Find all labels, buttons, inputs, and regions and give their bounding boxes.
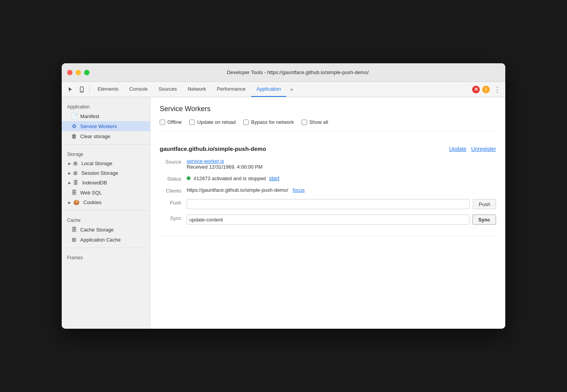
trash-icon: 🗑 <box>71 133 77 139</box>
svg-rect-1 <box>81 91 83 92</box>
websql-icon: 🗄 <box>71 189 77 196</box>
sidebar: Application 📄 Manifest ⚙ Service Workers… <box>62 97 150 329</box>
traffic-lights <box>67 70 89 75</box>
update-on-reload-checkbox[interactable] <box>189 120 195 125</box>
update-link[interactable]: Update <box>449 146 466 152</box>
sw-origin: gauntface.github.io/simple-push-demo <box>160 145 266 152</box>
sw-clients-value: https://gauntface.github.io/simple-push-… <box>187 187 496 193</box>
devtools-window: Developer Tools - https://gauntface.gith… <box>62 63 505 329</box>
manifest-icon: 📄 <box>71 113 77 119</box>
mobile-icon[interactable] <box>76 84 87 95</box>
sidebar-item-app-cache[interactable]: ⊞ Application Cache <box>62 235 150 245</box>
checkbox-bypass-for-network[interactable]: Bypass for network <box>243 119 294 125</box>
title-bar: Developer Tools - https://gauntface.gith… <box>62 63 505 82</box>
sidebar-divider-1 <box>62 144 150 145</box>
tab-console[interactable]: Console <box>124 82 153 97</box>
tab-application[interactable]: Application <box>251 82 287 97</box>
sidebar-item-service-workers[interactable]: ⚙ Service Workers <box>62 121 150 131</box>
sidebar-item-cache-storage[interactable]: 🗄 Cache Storage <box>62 225 150 235</box>
checkbox-update-on-reload[interactable]: Update on reload <box>189 119 236 125</box>
sidebar-item-session-storage[interactable]: ▶ ⊞ Session Storage <box>62 168 150 178</box>
toolbar: Elements Console Sources Network Perform… <box>62 82 505 97</box>
gear-icon: ⚙ <box>71 123 77 129</box>
sidebar-item-clear-storage[interactable]: 🗑 Clear storage <box>62 131 150 141</box>
sw-sync-row: Sync Sync <box>160 215 496 225</box>
sidebar-section-application: Application <box>62 100 150 111</box>
warn-icon[interactable]: ! <box>482 86 490 93</box>
sidebar-section-cache: Cache <box>62 214 150 225</box>
source-file-link[interactable]: service-worker.js <box>187 158 224 164</box>
status-text: #12873 activated and is stopped <box>194 176 266 181</box>
sidebar-item-web-sql[interactable]: 🗄 Web SQL <box>62 188 150 198</box>
cookies-icon: 🍪 <box>73 199 79 205</box>
sw-sync-input-row: Sync <box>187 215 496 225</box>
window-title: Developer Tools - https://gauntface.gith… <box>96 69 500 75</box>
sync-input[interactable] <box>187 215 469 225</box>
main-layout: Application 📄 Manifest ⚙ Service Workers… <box>62 97 505 329</box>
expand-arrow-indexeddb: ▶ <box>67 181 72 185</box>
expand-arrow-session-storage: ▶ <box>67 171 72 175</box>
sidebar-item-indexeddb[interactable]: ▶ 🗄 IndexedDB <box>62 178 150 188</box>
sidebar-divider-2 <box>62 210 150 211</box>
sw-origin-row: gauntface.github.io/simple-push-demo Upd… <box>160 145 496 152</box>
sidebar-item-local-storage[interactable]: ▶ ⊞ Local Storage <box>62 159 150 168</box>
sidebar-divider-3 <box>62 248 150 248</box>
app-cache-icon: ⊞ <box>71 237 77 243</box>
minimize-button[interactable] <box>76 70 81 75</box>
expand-arrow-local-storage: ▶ <box>67 162 72 166</box>
bypass-for-network-checkbox[interactable] <box>243 120 249 125</box>
sidebar-item-manifest[interactable]: 📄 Manifest <box>62 111 150 121</box>
show-all-checkbox[interactable] <box>302 120 307 125</box>
unregister-link[interactable]: Unregister <box>471 146 496 152</box>
received-text: Received 12/31/1969, 4:00:00 PM <box>187 164 263 170</box>
sw-source-value: service-worker.js Received 12/31/1969, 4… <box>187 158 496 170</box>
sync-button[interactable]: Sync <box>472 215 496 225</box>
page-title: Service Workers <box>160 105 496 113</box>
sync-label: Sync <box>160 215 187 221</box>
toolbar-right: ✕ ! ⋮ <box>472 85 502 94</box>
cursor-icon[interactable] <box>65 84 76 95</box>
sw-status-row-container: Status #12873 activated and is stopped s… <box>160 175 496 182</box>
focus-link[interactable]: focus <box>293 187 305 193</box>
sw-source-row: Source service-worker.js Received 12/31/… <box>160 158 496 170</box>
push-label: Push <box>160 199 187 206</box>
sw-push-row: Push Push <box>160 199 496 209</box>
tab-performance[interactable]: Performance <box>211 82 251 97</box>
close-button[interactable] <box>67 70 73 75</box>
more-menu-icon[interactable]: ⋮ <box>492 85 502 94</box>
more-tabs-icon[interactable]: » <box>286 84 297 95</box>
sidebar-section-storage: Storage <box>62 148 150 159</box>
offline-checkbox[interactable] <box>160 120 165 125</box>
status-dot <box>187 176 191 180</box>
expand-arrow-cookies: ▶ <box>67 201 72 204</box>
tab-network[interactable]: Network <box>182 82 212 97</box>
clients-label: Clients <box>160 187 187 194</box>
service-worker-entry: gauntface.github.io/simple-push-demo Upd… <box>160 139 496 237</box>
sidebar-section-frames: Frames <box>62 251 150 262</box>
sw-status-value: #12873 activated and is stopped start <box>187 175 496 181</box>
start-link[interactable]: start <box>269 175 279 181</box>
content-area: Service Workers Offline Update on reload… <box>150 97 505 329</box>
clients-url: https://gauntface.github.io/simple-push-… <box>187 187 288 193</box>
error-icon[interactable]: ✕ <box>472 86 480 93</box>
status-label: Status <box>160 175 187 182</box>
checkbox-show-all[interactable]: Show all <box>302 119 328 125</box>
separator <box>89 85 90 94</box>
tabs: Elements Console Sources Network Perform… <box>92 82 471 97</box>
tab-elements[interactable]: Elements <box>92 82 124 97</box>
checkboxes-row: Offline Update on reload Bypass for netw… <box>160 119 496 132</box>
sw-push-input-row: Push <box>187 199 496 209</box>
maximize-button[interactable] <box>84 70 89 75</box>
session-storage-icon: ⊞ <box>73 170 78 176</box>
push-button[interactable]: Push <box>473 199 496 209</box>
sw-clients-row: Clients https://gauntface.github.io/simp… <box>160 187 496 194</box>
checkbox-offline[interactable]: Offline <box>160 119 182 125</box>
indexeddb-icon: 🗄 <box>73 180 78 186</box>
source-label: Source <box>160 158 187 165</box>
local-storage-icon: ⊞ <box>73 161 78 166</box>
push-input[interactable] <box>187 199 470 209</box>
tab-sources[interactable]: Sources <box>153 82 182 97</box>
sidebar-item-cookies[interactable]: ▶ 🍪 Cookies <box>62 198 150 207</box>
cache-storage-icon: 🗄 <box>71 226 77 233</box>
sw-actions: Update Unregister <box>449 146 496 152</box>
